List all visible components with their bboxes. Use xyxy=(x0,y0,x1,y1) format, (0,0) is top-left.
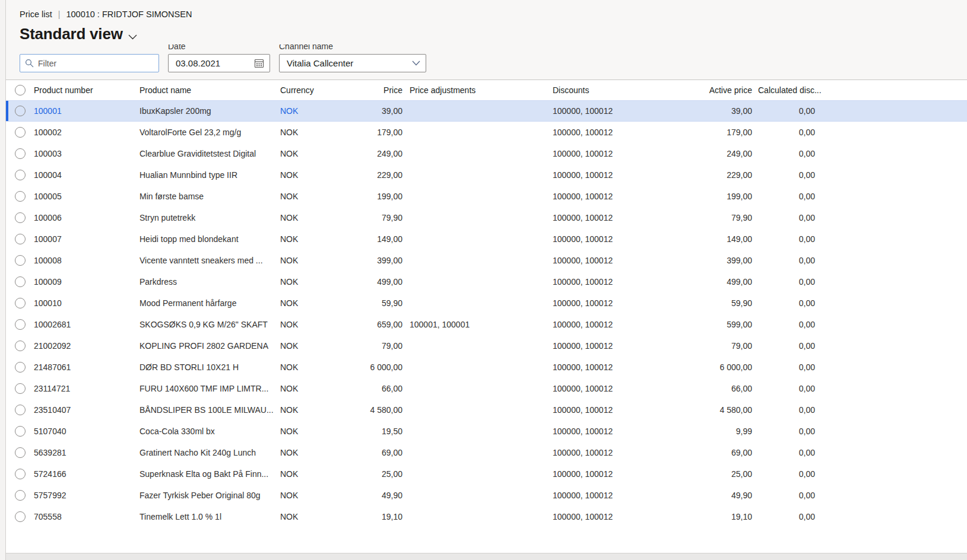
table-row[interactable]: 5639281Gratinert Nacho Kit 240g LunchNOK… xyxy=(6,442,967,463)
product-number-link[interactable]: 21002092 xyxy=(34,341,139,351)
discounts-cell: 100000, 100012 xyxy=(553,106,689,116)
table-row[interactable]: 23510407BÅNDSLIPER BS 100LE MILWAU...NOK… xyxy=(6,399,967,421)
table-row[interactable]: 21002092KOPLING PROFI 2802 GARDENANOK79,… xyxy=(6,335,967,357)
row-checkbox[interactable] xyxy=(15,319,26,330)
row-checkbox[interactable] xyxy=(15,127,26,138)
table-row[interactable]: 100003Clearblue Graviditetstest DigitalN… xyxy=(6,143,967,164)
column-header-product-name[interactable]: Product name xyxy=(139,85,280,95)
column-header-price-adjustments[interactable]: Price adjustments xyxy=(402,85,553,95)
product-number-link[interactable]: 5639281 xyxy=(34,448,139,457)
table-row[interactable]: 100004Hualian Munnbind type IIRNOK229,00… xyxy=(6,164,967,186)
table-row[interactable]: 5757992Fazer Tyrkisk Peber Original 80gN… xyxy=(6,485,967,506)
product-number-link[interactable]: 100005 xyxy=(34,192,139,201)
discounts-cell: 100000, 100012 xyxy=(553,213,689,222)
product-number-link[interactable]: 23114721 xyxy=(34,384,139,393)
row-checkbox[interactable] xyxy=(15,255,26,266)
filter-input[interactable] xyxy=(38,59,154,68)
price-cell: 79,00 xyxy=(334,341,402,351)
row-checkbox[interactable] xyxy=(15,191,26,202)
calculated-disc-cell: 0,00 xyxy=(752,192,825,201)
product-number-link[interactable]: 21487061 xyxy=(34,362,139,372)
row-checkbox[interactable] xyxy=(15,148,26,159)
left-rail xyxy=(0,0,6,560)
product-number-link[interactable]: 23510407 xyxy=(34,405,139,415)
table-row[interactable]: 5724166Superknask Elta og Bakt På Finn..… xyxy=(6,463,967,485)
row-checkbox[interactable] xyxy=(15,447,26,458)
table-row[interactable]: 100009ParkdressNOK499,00100000, 10001249… xyxy=(6,271,967,292)
row-checkbox[interactable] xyxy=(15,212,26,223)
calendar-icon[interactable] xyxy=(254,58,264,68)
row-checkbox[interactable] xyxy=(15,170,26,180)
row-checkbox[interactable] xyxy=(15,298,26,308)
product-number-link[interactable]: 705558 xyxy=(34,512,139,521)
product-number-link[interactable]: 5757992 xyxy=(34,491,139,500)
price-cell: 69,00 xyxy=(334,448,402,457)
filter-searchbox[interactable] xyxy=(20,54,159,72)
product-number-link[interactable]: 100004 xyxy=(34,170,139,180)
active-price-cell: 69,00 xyxy=(689,448,752,457)
product-number-link[interactable]: 5724166 xyxy=(34,469,139,479)
table-row[interactable]: 100008Vicente vanntett sneakers med ...N… xyxy=(6,250,967,271)
product-number-link[interactable]: 100002 xyxy=(34,128,139,137)
calculated-disc-cell: 0,00 xyxy=(752,256,825,265)
row-checkbox[interactable] xyxy=(15,106,26,116)
calculated-disc-cell: 0,00 xyxy=(752,427,825,436)
active-price-cell: 199,00 xyxy=(689,192,752,201)
table-row[interactable]: 10002681SKOGSØKS 0,9 KG M/26" SKAFTNOK65… xyxy=(6,314,967,335)
product-number-link[interactable]: 100007 xyxy=(34,234,139,244)
product-number-link[interactable]: 100001 xyxy=(34,106,139,116)
horizontal-scrollbar[interactable] xyxy=(6,553,967,560)
row-checkbox[interactable] xyxy=(15,341,26,351)
breadcrumb-section[interactable]: Price list xyxy=(20,9,52,19)
row-checkbox[interactable] xyxy=(15,511,26,522)
column-header-currency[interactable]: Currency xyxy=(280,85,334,95)
row-checkbox[interactable] xyxy=(15,469,26,479)
product-number-link[interactable]: 10002681 xyxy=(34,320,139,329)
table-row[interactable]: 5107040Coca-Cola 330ml bxNOK19,50100000,… xyxy=(6,421,967,442)
table-row[interactable]: 100002VoltarolForte Gel 23,2 mg/gNOK179,… xyxy=(6,122,967,143)
table-row[interactable]: 100006Stryn putetrekkNOK79,90100000, 100… xyxy=(6,207,967,228)
price-cell: 25,00 xyxy=(334,469,402,479)
row-checkbox[interactable] xyxy=(15,362,26,373)
column-header-calculated-disc[interactable]: Calculated disc... xyxy=(752,85,825,95)
product-number-link[interactable]: 100003 xyxy=(34,149,139,158)
product-number-link[interactable]: 100008 xyxy=(34,256,139,265)
table-row[interactable]: 100005Min første bamseNOK199,00100000, 1… xyxy=(6,186,967,207)
row-checkbox[interactable] xyxy=(15,405,26,415)
column-header-active-price[interactable]: Active price xyxy=(689,85,752,95)
column-header-product-number[interactable]: Product number xyxy=(34,85,139,95)
currency-cell: NOK xyxy=(280,106,334,116)
product-number-link[interactable]: 100009 xyxy=(34,277,139,287)
channel-select[interactable]: Vitalia Callcenter xyxy=(279,54,426,72)
table-row[interactable]: 705558Tinemelk Lett 1.0 % 1lNOK19,101000… xyxy=(6,506,967,527)
price-cell: 19,10 xyxy=(334,512,402,521)
select-all-checkbox[interactable] xyxy=(15,85,26,96)
date-input[interactable]: 03.08.2021 xyxy=(168,54,270,72)
calculated-disc-cell: 0,00 xyxy=(752,341,825,351)
column-header-discounts[interactable]: Discounts xyxy=(553,85,689,95)
main-content: Price list | 100010 : FRIDTJOF SIMONSEN … xyxy=(6,0,967,560)
row-checkbox[interactable] xyxy=(15,426,26,437)
channel-value: Vitalia Callcenter xyxy=(287,58,353,68)
table-row[interactable]: 23114721FURU 140X600 TMF IMP LIMTR...NOK… xyxy=(6,378,967,399)
column-header-price[interactable]: Price xyxy=(334,85,402,95)
table-row[interactable]: 21487061DØR BD STORLI 10X21 HNOK6 000,00… xyxy=(6,357,967,378)
product-number-link[interactable]: 100010 xyxy=(34,298,139,308)
row-checkbox[interactable] xyxy=(15,276,26,287)
discounts-cell: 100000, 100012 xyxy=(553,234,689,244)
table-row[interactable]: 100010Mood Permanent hårfargeNOK59,90100… xyxy=(6,292,967,314)
table-row[interactable]: 100001IbuxKapsler 200mgNOK39,00100000, 1… xyxy=(6,100,967,122)
calculated-disc-cell: 0,00 xyxy=(752,106,825,116)
row-checkbox[interactable] xyxy=(15,490,26,501)
row-checkbox[interactable] xyxy=(15,234,26,244)
page-header: Price list | 100010 : FRIDTJOF SIMONSEN … xyxy=(6,0,967,79)
price-adjustments-cell: 100001, 100001 xyxy=(402,320,553,329)
currency-cell: NOK xyxy=(280,234,334,244)
price-cell: 229,00 xyxy=(334,170,402,180)
row-checkbox[interactable] xyxy=(15,383,26,394)
product-number-link[interactable]: 5107040 xyxy=(34,427,139,436)
table-row[interactable]: 100007Heidi topp med blondekantNOK149,00… xyxy=(6,228,967,250)
view-selector[interactable]: Standard view xyxy=(20,25,137,43)
product-number-link[interactable]: 100006 xyxy=(34,213,139,222)
price-cell: 19,50 xyxy=(334,427,402,436)
